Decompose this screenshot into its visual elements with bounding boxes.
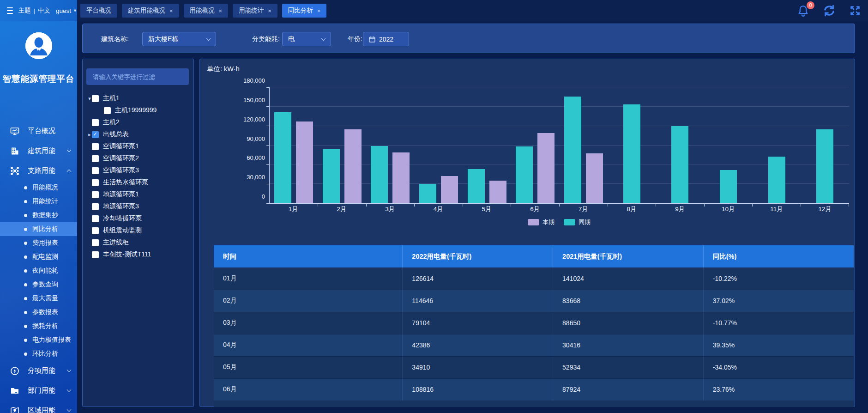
device-tree-panel: ▾主机1主机19999999主机2▸出线总表空调循环泵1空调循环泵2空调循环泵3… bbox=[82, 59, 194, 407]
checkbox-unchecked[interactable] bbox=[92, 215, 99, 222]
tree-item-4[interactable]: ▸出线总表 bbox=[83, 128, 193, 140]
sidebar-subitem-6[interactable]: 数据集抄 bbox=[0, 208, 77, 222]
tab-1[interactable]: 平台概况 bbox=[80, 4, 117, 18]
tab-2[interactable]: 建筑用能概况× bbox=[122, 4, 179, 18]
tab-4[interactable]: 用能统计× bbox=[233, 4, 277, 18]
topbar-icons: 0 bbox=[797, 0, 861, 21]
sidebar-item-19[interactable]: 区域用能 bbox=[0, 401, 77, 413]
checkbox-unchecked[interactable] bbox=[92, 119, 99, 126]
tree-item-3[interactable]: 主机2 bbox=[83, 116, 193, 128]
tree-item-2[interactable]: 主机19999999 bbox=[83, 104, 193, 116]
tree-item-10[interactable]: 地源循环泵3 bbox=[83, 200, 193, 213]
sidebar-subitem-16[interactable]: 环比分析 bbox=[0, 347, 77, 361]
checkbox-unchecked[interactable] bbox=[92, 95, 99, 102]
sidebar-subitem-7[interactable]: 同比分析 bbox=[0, 222, 77, 236]
tree-item-label: 生活热水循环泵 bbox=[103, 178, 148, 187]
checkbox-unchecked[interactable] bbox=[92, 227, 99, 234]
bullet-icon bbox=[24, 228, 27, 231]
sidebar-subitem-8[interactable]: 费用报表 bbox=[0, 236, 77, 250]
legend-item-同期[interactable]: 同期 bbox=[564, 218, 591, 226]
sidebar-item-2[interactable]: 建筑用能 bbox=[0, 141, 77, 161]
tree-item-label: 出线总表 bbox=[103, 130, 129, 139]
bar-group-1月 bbox=[270, 87, 318, 203]
x-axis-label: 6月 bbox=[511, 205, 559, 213]
checkbox-unchecked[interactable] bbox=[92, 239, 99, 246]
fullscreen-icon[interactable] bbox=[850, 5, 861, 16]
table-row-04月: 04月423863041639.35% bbox=[214, 334, 854, 356]
bullet-icon bbox=[24, 242, 27, 245]
tree-item-8[interactable]: 生活热水循环泵 bbox=[83, 176, 193, 188]
lang-link[interactable]: 中文 bbox=[38, 6, 50, 15]
sidebar-subitem-15[interactable]: 电力极值报表 bbox=[0, 333, 77, 347]
tree-item-11[interactable]: 冷却塔循环泵 bbox=[83, 213, 193, 225]
chevron-down-icon bbox=[67, 148, 72, 152]
bar-group-3月 bbox=[366, 87, 415, 203]
tree-item-7[interactable]: 空调循环泵3 bbox=[83, 164, 193, 176]
user-menu[interactable]: guest ▼ bbox=[56, 7, 77, 14]
energy-type-select[interactable]: 电 bbox=[282, 32, 331, 46]
tab-close-icon[interactable]: × bbox=[268, 8, 271, 14]
y-axis-tick bbox=[266, 203, 269, 204]
bullet-icon bbox=[24, 214, 27, 217]
tab-label: 用能统计 bbox=[239, 4, 264, 18]
checkbox-unchecked[interactable] bbox=[92, 251, 99, 258]
tree-item-1[interactable]: ▾主机1 bbox=[83, 92, 193, 104]
checkbox-unchecked[interactable] bbox=[92, 179, 99, 186]
y-axis-label: 120,000 bbox=[243, 115, 265, 122]
folder-icon bbox=[10, 386, 19, 395]
tab-3[interactable]: 用能概况× bbox=[184, 4, 229, 18]
sidebar-subitem-5[interactable]: 用能统计 bbox=[0, 194, 77, 208]
tab-5[interactable]: 同比分析× bbox=[282, 4, 327, 18]
tree-item-12[interactable]: 机组震动监测 bbox=[83, 225, 193, 237]
bar-group-11月 bbox=[753, 87, 801, 203]
avatar[interactable] bbox=[25, 32, 52, 59]
brand-area: 主题 | 中文 guest ▼ bbox=[0, 0, 77, 21]
year-picker[interactable]: 2022 bbox=[363, 32, 409, 46]
table-header-row: 时间2022用电量(千瓦时)2021用电量(千瓦时)同比(%) bbox=[214, 245, 854, 267]
checkbox-unchecked[interactable] bbox=[92, 191, 99, 198]
y-axis-tick bbox=[266, 106, 269, 107]
tree-item-9[interactable]: 地源循环泵1 bbox=[83, 188, 193, 200]
sidebar-subitem-9[interactable]: 配电监测 bbox=[0, 250, 77, 264]
tree-item-13[interactable]: 主进线柜 bbox=[83, 237, 193, 249]
bar-group-6月 bbox=[511, 87, 560, 203]
building-select[interactable]: 新大楼E栋 bbox=[142, 32, 216, 46]
checkbox-unchecked[interactable] bbox=[104, 107, 111, 114]
tab-label: 建筑用能概况 bbox=[128, 4, 165, 18]
checkbox-unchecked[interactable] bbox=[92, 203, 99, 210]
tab-close-icon[interactable]: × bbox=[317, 8, 321, 14]
sidebar-item-18[interactable]: 部门用能 bbox=[0, 381, 77, 401]
sidebar-subitem-13[interactable]: 参数报表 bbox=[0, 305, 77, 319]
bullet-icon bbox=[24, 255, 27, 259]
sidebar-item-3[interactable]: 支路用能 bbox=[0, 161, 77, 181]
tab-close-icon[interactable]: × bbox=[169, 8, 173, 14]
refresh-icon[interactable] bbox=[823, 5, 836, 17]
bar-group-12月 bbox=[801, 87, 849, 203]
checkbox-unchecked[interactable] bbox=[92, 143, 99, 150]
sidebar-subitem-12[interactable]: 最大需量 bbox=[0, 292, 77, 305]
tree-search-input[interactable] bbox=[86, 68, 189, 85]
table-cell: 114646 bbox=[403, 290, 553, 312]
tree-item-14[interactable]: 丰创技-测试T111 bbox=[83, 249, 193, 261]
checkbox-checked[interactable] bbox=[92, 131, 99, 138]
legend-item-本期[interactable]: 本期 bbox=[528, 218, 555, 226]
sidebar-subitem-14[interactable]: 损耗分析 bbox=[0, 319, 77, 333]
theme-link[interactable]: 主题 bbox=[18, 6, 31, 15]
notification-bell-icon[interactable]: 0 bbox=[797, 5, 809, 17]
sidebar-subitem-4[interactable]: 用能概况 bbox=[0, 181, 77, 194]
sidebar-subitem-11[interactable]: 参数查询 bbox=[0, 278, 77, 292]
checkbox-unchecked[interactable] bbox=[92, 167, 99, 174]
tab-close-icon[interactable]: × bbox=[219, 8, 223, 14]
sidebar-item-1[interactable]: 平台概况 bbox=[0, 121, 77, 141]
tree-item-5[interactable]: 空调循环泵1 bbox=[83, 140, 193, 152]
table-cell: 87924 bbox=[553, 378, 704, 401]
bullet-icon bbox=[24, 311, 27, 314]
table-cell: -10.22% bbox=[703, 267, 854, 290]
tree-item-6[interactable]: 空调循环泵2 bbox=[83, 152, 193, 164]
sidebar-subitem-10[interactable]: 夜间能耗 bbox=[0, 264, 77, 278]
legend-swatch bbox=[528, 219, 539, 225]
checkbox-unchecked[interactable] bbox=[92, 155, 99, 162]
tree-item-label: 主进线柜 bbox=[103, 238, 129, 247]
hamburger-menu-icon[interactable] bbox=[7, 7, 13, 14]
sidebar-item-17[interactable]: 分项用能 bbox=[0, 361, 77, 381]
